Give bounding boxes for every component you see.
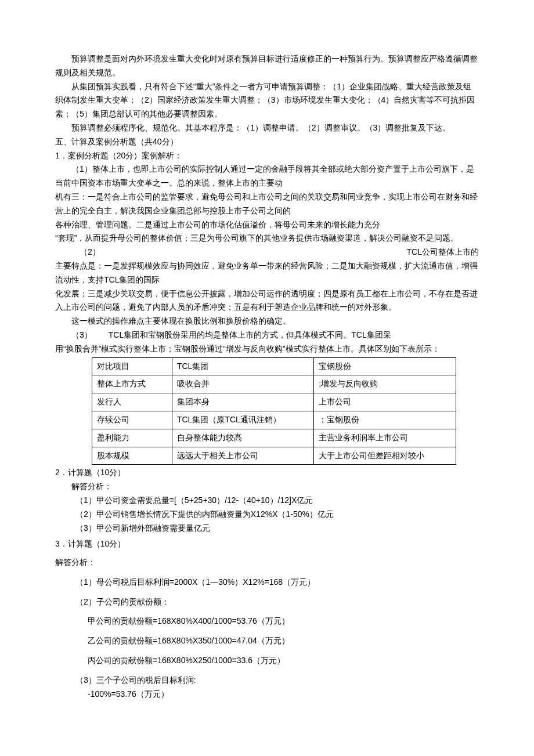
paragraph: （1）整体上市，也即上市公司的实际控制人通过一定的金融手段将其全部或绝大部分资产… — [55, 162, 479, 190]
paragraph: 解答分析： — [55, 480, 479, 494]
section-heading-5: 五、计算及案例分析题（共40分） — [55, 135, 479, 149]
table-cell: 存续公司 — [92, 411, 172, 429]
paragraph: 主要特点是：一是发挥规模效应与协同效应，避免业务单一带来的经营风险；二是加大融资… — [55, 259, 479, 287]
table-row: 发行人 集团本身 上市公司 — [92, 393, 456, 411]
table-cell: 对比项目 — [92, 357, 172, 375]
table-cell: 上市公司 — [314, 393, 456, 411]
paragraph: （3）三个子公司的税后目标利润: — [55, 674, 479, 688]
table-cell: TCL集团（原TCL通讯注销） — [172, 411, 313, 429]
paragraph: 乙公司的贡献份额=168X80%X350/1000=47.04（万元） — [55, 634, 479, 648]
comparison-table: 对比项目 TCL集团 宝钢股份 整体上市方式 吸收合并 ;增发与反向收购 发行人… — [92, 357, 456, 465]
table-cell: TCL集团 — [172, 357, 313, 375]
table-cell: 大于上市公司但差距相对较小 — [314, 447, 456, 465]
paragraph: 甲公司的贡献份额=168X80%X400/1000=53.76（万元） — [55, 614, 479, 628]
table-cell: ；宝钢股份 — [314, 411, 456, 429]
table-cell: 自身整体能力较高 — [172, 429, 313, 447]
table-row: 存续公司 TCL集团（原TCL通讯注销） ；宝钢股份 — [92, 411, 456, 429]
table-cell: 盈利能力 — [92, 429, 172, 447]
paragraph: “套现”，从而提升母公司的整体价值；三是为母公司旗下的其他业务提供市场融资渠道，… — [55, 231, 479, 245]
table-cell: 远远大于相关上市公司 — [172, 447, 313, 465]
paragraph: （2）子公司的贡献份额： — [55, 595, 479, 609]
table-row: 盈利能力 自身整体能力较高 主营业务利润率上市公司 — [92, 429, 456, 447]
paragraph: （3）甲公司新增外部融资需要量亿元 — [55, 522, 479, 536]
table-cell: 集团本身 — [172, 393, 313, 411]
table-cell: ;增发与反向收购 — [314, 375, 456, 393]
table-cell: 股本规模 — [92, 447, 172, 465]
paragraph: 解答分析： — [55, 556, 479, 570]
table-cell: 宝钢股份 — [314, 357, 456, 375]
paragraph: （1）母公司税后目标利润=2000X（1—30%）X12%=168（万元） — [55, 576, 479, 589]
paragraph: 从集团预算实践看，只有符合下述“重大”条件之一者方可申请预算调整：（1）企业集团… — [55, 80, 479, 121]
paragraph: 化发展；三是减少关联交易，便于信息公开披露，增加公司运作的透明度；四是原有员工都… — [55, 287, 479, 315]
paragraph: 各种治理、管理问题。二是通过上市公司的市场化估值溢价，将母公司未来的增长能力充分 — [55, 218, 479, 232]
paragraph-left: （2） — [55, 245, 100, 259]
paragraph: 机有三：一是符合上市公司的监管要求，避免母公司和上市公司之间的关联交易和同业竞争… — [55, 190, 479, 218]
question-2-heading: 2．计算题（10分） — [55, 466, 479, 480]
table-row: 股本规模 远远大于相关上市公司 大于上市公司但差距相对较小 — [92, 447, 456, 465]
table-row: 对比项目 TCL集团 宝钢股份 — [92, 357, 456, 375]
question-3-heading: 3．计算题（10分） — [55, 537, 479, 551]
paragraph: （2）甲公司销售增长情况下提供的内部融资量为X12%X（1-50%）亿元 — [55, 508, 479, 522]
table-row: 整体上市方式 吸收合并 ;增发与反向收购 — [92, 375, 456, 393]
question-1-heading: 1．案例分析题（20分）案例解析： — [55, 149, 479, 163]
paragraph: 丙公司的贡献份额=168X80%X250/1000=33.6（万元） — [55, 654, 479, 668]
paragraph: 预算调整是面对内外环境发生重大变化时对原有预算目标进行适度修正的一种预算行为。预… — [55, 52, 479, 80]
split-line: （2） TCL公司整体上市的 — [55, 245, 479, 259]
paragraph: 这一模式的操作难点主要体现在换股比例和换股价格的确定。 — [55, 314, 479, 328]
table-cell: 主营业务利润率上市公司 — [314, 429, 456, 447]
table-cell: 整体上市方式 — [92, 375, 172, 393]
paragraph: 用“换股合并”模式实行整体上市；宝钢股份通过“增发与反向收购”模式实行整体上市。… — [55, 342, 479, 356]
paragraph: 预算调整必须程序化、规范化。其基本程序是：（1）调整申请。（2）调整审议。（3）… — [55, 121, 479, 135]
table-cell: 吸收合并 — [172, 375, 313, 393]
paragraph: -100%=53.76（万元） — [55, 688, 479, 701]
table-cell: 发行人 — [92, 393, 172, 411]
paragraph: （1）甲公司资金需要总量=[（5+25+30）/12-（40+10）/12]X亿… — [55, 494, 479, 508]
paragraph-right: TCL公司整体上市的 — [407, 245, 479, 259]
paragraph: （3） TCL集团和宝钢股份采用的均是整体上市的方式，但具体模式不同。TCL集团… — [55, 328, 479, 342]
